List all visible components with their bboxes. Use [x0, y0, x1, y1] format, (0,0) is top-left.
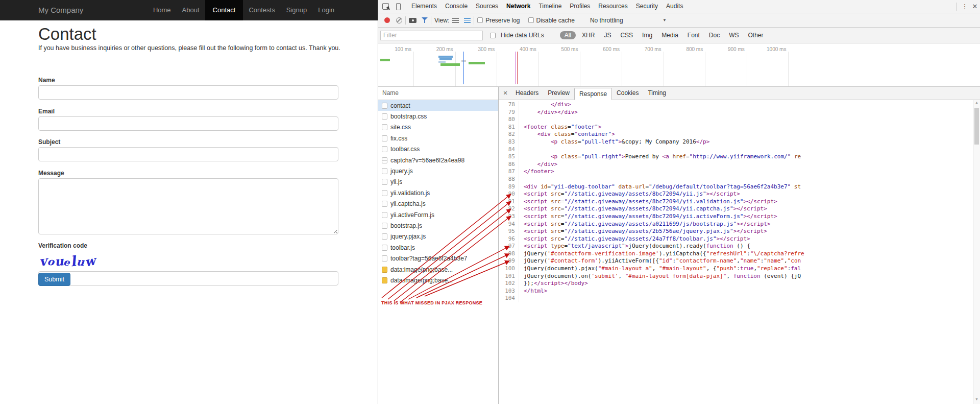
nav-item-about[interactable]: About [177, 0, 205, 20]
screenshot-capture-icon[interactable] [409, 18, 416, 23]
request-row[interactable]: toolbar.js [378, 242, 498, 253]
request-name: toolbar.css [390, 146, 420, 153]
type-filter-font[interactable]: Font [684, 31, 703, 39]
code-line: 84 [499, 146, 973, 154]
type-filter-other[interactable]: Other [745, 31, 767, 39]
submit-button[interactable]: Submit [38, 273, 70, 286]
request-name: yii.activeForm.js [390, 211, 434, 219]
contact-page: Contact If you have business inquiries o… [38, 20, 345, 404]
captcha-letter: o [46, 255, 55, 268]
captcha-image[interactable]: voueluw [39, 251, 141, 271]
request-row[interactable]: yii.js [378, 177, 498, 187]
request-row[interactable]: jquery.pjax.js [378, 231, 498, 242]
divider [405, 16, 406, 25]
devtools-close-icon[interactable]: ✕ [970, 3, 980, 10]
scroll-up-icon[interactable]: ▲ [973, 101, 980, 107]
code-text: <script src="//static.giveaway/assets/a0… [519, 221, 770, 228]
hide-data-urls-checkbox[interactable] [490, 33, 496, 38]
scrollbar[interactable]: ▲ ▼ [973, 100, 980, 404]
request-row[interactable]: captcha?v=56ae6f2a4ea98 [378, 155, 498, 165]
detail-close-icon[interactable]: ✕ [501, 90, 510, 97]
type-filter-js[interactable]: JS [601, 31, 614, 39]
request-row[interactable]: bootstrap.js [378, 220, 498, 231]
device-toolbar-icon[interactable] [396, 3, 401, 10]
site-brand[interactable]: My Company [38, 0, 83, 20]
clear-icon[interactable] [396, 17, 402, 23]
code-line: 94<script src="//static.giveaway/assets/… [499, 221, 973, 228]
message-field[interactable] [38, 178, 338, 234]
nav-item-contests[interactable]: Contests [243, 0, 280, 20]
devtools-tab-resources[interactable]: Resources [594, 0, 631, 13]
view-label: View: [434, 17, 449, 24]
devtools-tab-elements[interactable]: Elements [407, 0, 441, 13]
js-file-icon [382, 223, 387, 229]
devtools-tab-timeline[interactable]: Timeline [534, 0, 566, 13]
preserve-log-checkbox[interactable] [477, 17, 483, 23]
detail-tab-response[interactable]: Response [574, 88, 612, 100]
verification-field[interactable] [38, 271, 338, 286]
request-row[interactable]: data:image/png;base... [378, 275, 498, 286]
throttling-select[interactable]: No throttling ▼ [590, 17, 667, 24]
request-row[interactable]: yii.captcha.js [378, 199, 498, 209]
detail-tab-cookies[interactable]: Cookies [612, 87, 643, 100]
filter-input[interactable] [380, 31, 483, 40]
type-filter-all[interactable]: All [560, 31, 576, 39]
code-line: 81<footer class="footer"> [499, 124, 973, 131]
network-toolbar: View: Preserve log Disable cache No thro… [378, 13, 980, 28]
devtools-tab-sources[interactable]: Sources [472, 0, 502, 13]
request-row[interactable]: contact [378, 100, 498, 111]
request-name: jquery.pjax.js [390, 233, 426, 240]
type-filter-media[interactable]: Media [658, 31, 681, 39]
js-file-icon [382, 168, 387, 174]
type-filter-img[interactable]: Img [639, 31, 655, 39]
detail-tab-preview[interactable]: Preview [543, 87, 574, 100]
devtools-menu-icon[interactable]: ⋮ [960, 3, 970, 10]
code-text: <div id="yii-debug-toolbar" data-url="/d… [519, 183, 801, 191]
email-field[interactable] [38, 116, 338, 131]
nav-item-signup[interactable]: Signup [281, 0, 312, 20]
type-filter-doc[interactable]: Doc [706, 31, 723, 39]
request-row[interactable]: toolbar?tag=56ae6f2a4b3e7 [378, 253, 498, 264]
nav-item-home[interactable]: Home [148, 0, 177, 20]
response-code-view[interactable]: 78 </div>79 </div></div>8081<footer clas… [499, 100, 973, 404]
name-column-header[interactable]: Name [378, 87, 498, 100]
request-rows: contactbootstrap.csssite.cssfix.csstoolb… [378, 100, 498, 286]
code-line: 80 [499, 116, 973, 124]
filter-icon[interactable] [422, 17, 428, 23]
subject-field[interactable] [38, 147, 338, 161]
request-name: yii.captcha.js [390, 200, 426, 207]
request-row[interactable]: site.css [378, 122, 498, 133]
request-row[interactable]: yii.activeForm.js [378, 209, 498, 220]
timeline-overview[interactable]: 100 ms200 ms300 ms400 ms500 ms600 ms700 … [378, 43, 980, 87]
devtools-tab-profiles[interactable]: Profiles [566, 0, 594, 13]
code-line: 93<script src="//static.giveaway/assets/… [499, 213, 973, 221]
request-row[interactable]: yii.validation.js [378, 187, 498, 198]
devtools-tab-audits[interactable]: Audits [662, 0, 687, 13]
type-filter-css[interactable]: CSS [617, 31, 636, 39]
code-text: <script src="//static.giveaway/assets/2b… [519, 228, 767, 235]
type-filter-xhr[interactable]: XHR [579, 31, 598, 39]
scroll-down-icon[interactable]: ▼ [973, 397, 980, 403]
detail-tab-headers[interactable]: Headers [511, 87, 543, 100]
devtools-tab-security[interactable]: Security [632, 0, 662, 13]
view-list-icon[interactable] [452, 18, 459, 23]
request-row[interactable]: data:image/png;base... [378, 264, 498, 275]
nav-item-contact[interactable]: Contact [205, 0, 243, 20]
request-row[interactable]: bootstrap.css [378, 111, 498, 122]
request-row[interactable]: toolbar.css [378, 144, 498, 155]
request-row[interactable]: jquery.js [378, 165, 498, 176]
view-waterfall-icon[interactable] [464, 18, 471, 23]
type-filter-ws[interactable]: WS [726, 31, 742, 39]
scrollbar-thumb[interactable] [974, 108, 979, 145]
disable-cache-checkbox[interactable] [528, 17, 534, 23]
name-field[interactable] [38, 85, 338, 100]
devtools-tab-console[interactable]: Console [441, 0, 472, 13]
record-icon[interactable] [384, 17, 390, 23]
inspect-element-icon[interactable] [382, 3, 389, 10]
request-row[interactable]: fix.css [378, 133, 498, 144]
nav-item-login[interactable]: Login [312, 0, 340, 20]
name-label: Name [38, 77, 55, 84]
js-file-icon [382, 201, 387, 207]
devtools-tab-network[interactable]: Network [502, 0, 534, 13]
detail-tab-timing[interactable]: Timing [643, 87, 671, 100]
